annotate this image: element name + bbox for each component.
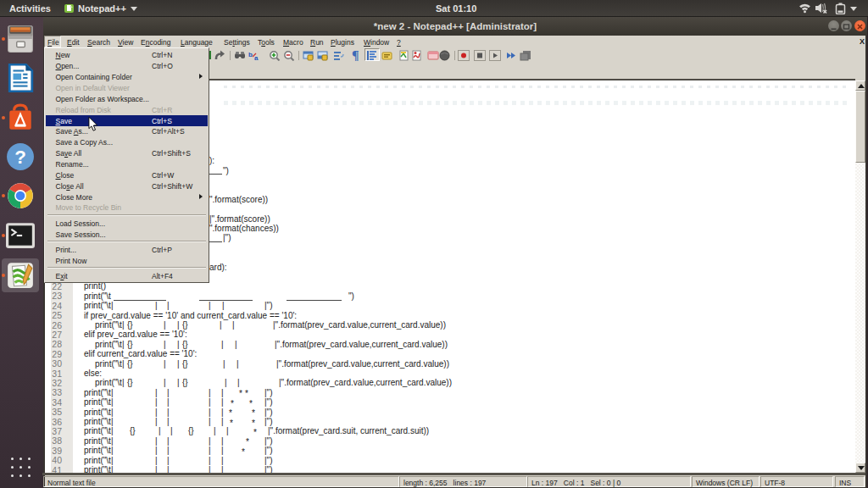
svg-text:a: a	[254, 54, 259, 61]
svg-text:b: b	[248, 51, 253, 58]
svg-text:?: ?	[14, 147, 26, 168]
svg-text:¶: ¶	[352, 50, 359, 61]
